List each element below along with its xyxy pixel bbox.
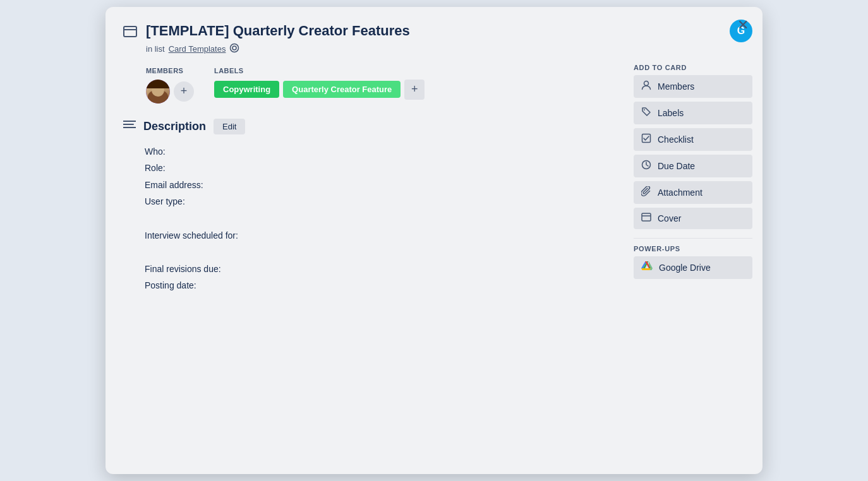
svg-point-2 <box>231 44 239 52</box>
modal-main: [TEMPLATE] Quarterly Creator Features in… <box>105 7 624 474</box>
description-icon <box>123 119 136 134</box>
add-to-card-section: ADD TO CARD Members Labels <box>634 64 752 229</box>
sidebar-divider <box>634 238 752 239</box>
description-content: Who: Role: Email address: User type: Int… <box>145 143 606 294</box>
desc-line-interview: Interview scheduled for: <box>145 227 606 244</box>
desc-line-role: Role: <box>145 160 606 177</box>
cover-icon <box>641 213 651 224</box>
card-modal: ✕ [TEMPLATE] Quarterly Creator Features … <box>105 7 763 474</box>
sidebar-labels-label: Labels <box>658 108 684 118</box>
member-avatar[interactable] <box>146 80 170 104</box>
modal-sidebar: G ADD TO CARD Members <box>624 7 763 474</box>
sidebar-attachment-button[interactable]: Attachment <box>634 181 752 204</box>
google-drive-icon <box>641 261 653 274</box>
card-header: [TEMPLATE] Quarterly Creator Features in… <box>123 22 606 56</box>
sidebar-cover-button[interactable]: Cover <box>634 208 752 229</box>
card-title: [TEMPLATE] Quarterly Creator Features <box>146 22 606 40</box>
power-ups-section: POWER-UPS Google Drive <box>634 245 752 279</box>
add-member-button[interactable]: + <box>174 81 194 102</box>
sidebar-members-button[interactable]: Members <box>634 75 752 98</box>
members-icon <box>641 80 651 93</box>
desc-line-spacer1 <box>145 210 606 227</box>
add-label-button[interactable]: + <box>404 80 425 100</box>
attachment-icon <box>641 186 651 199</box>
list-prefix: in list <box>146 44 165 54</box>
desc-line-spacer2 <box>145 244 606 261</box>
members-label: MEMBERS <box>146 67 194 74</box>
desc-line-who: Who: <box>145 143 606 160</box>
svg-rect-0 <box>124 27 136 37</box>
members-row: + <box>146 80 194 104</box>
watch-icon[interactable] <box>229 43 239 56</box>
description-title: Description <box>143 120 206 133</box>
list-name-link[interactable]: Card Templates <box>169 44 226 54</box>
meta-section: MEMBERS + LABELS Copywriting <box>146 67 606 104</box>
sidebar-google-drive-label: Google Drive <box>659 263 711 273</box>
desc-line-edits: Final revisions due: <box>145 261 606 278</box>
svg-point-3 <box>232 46 236 50</box>
sidebar-labels-button[interactable]: Labels <box>634 102 752 124</box>
desc-line-final: Posting date: <box>145 277 606 294</box>
desc-line-email: Email address: <box>145 177 606 194</box>
sidebar-members-label: Members <box>658 81 694 92</box>
due-date-icon <box>641 160 651 172</box>
svg-point-8 <box>644 109 645 110</box>
label-copywriting[interactable]: Copywriting <box>214 81 279 98</box>
labels-row: Copywriting Quarterly Creator Feature + <box>214 80 425 100</box>
sidebar-attachment-label: Attachment <box>658 187 702 198</box>
sidebar-due-date-button[interactable]: Due Date <box>634 155 752 177</box>
svg-rect-11 <box>642 213 651 221</box>
sidebar-checklist-button[interactable]: Checklist <box>634 128 752 151</box>
labels-icon <box>641 107 651 119</box>
close-button[interactable]: ✕ <box>732 16 754 35</box>
sidebar-due-date-label: Due Date <box>658 161 695 171</box>
power-ups-label: POWER-UPS <box>634 245 752 252</box>
sidebar-cover-label: Cover <box>658 213 681 223</box>
card-type-icon <box>123 25 137 41</box>
checklist-icon <box>641 133 651 146</box>
header-text: [TEMPLATE] Quarterly Creator Features in… <box>146 22 606 56</box>
card-list-info: in list Card Templates <box>146 43 606 56</box>
members-group: MEMBERS + <box>146 67 194 104</box>
sidebar-checklist-label: Checklist <box>658 134 694 145</box>
labels-group: LABELS Copywriting Quarterly Creator Fea… <box>214 67 425 104</box>
label-quarterly-creator[interactable]: Quarterly Creator Feature <box>283 81 401 98</box>
desc-line-usertype: User type: <box>145 193 606 210</box>
svg-point-7 <box>644 81 649 86</box>
description-section: Description Edit Who: Role: Email addres… <box>123 119 606 294</box>
add-to-card-label: ADD TO CARD <box>634 64 752 71</box>
labels-label: LABELS <box>214 67 425 74</box>
edit-description-button[interactable]: Edit <box>214 119 245 134</box>
description-header: Description Edit <box>123 119 606 134</box>
sidebar-google-drive-button[interactable]: Google Drive <box>634 256 752 279</box>
